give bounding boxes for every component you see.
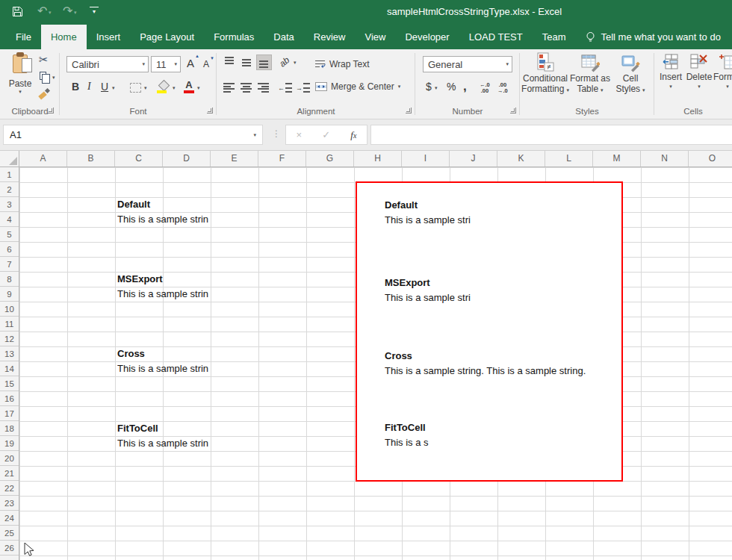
borders-dropdown-icon[interactable]: ▾ xyxy=(144,85,147,91)
row-header[interactable]: 7 xyxy=(0,257,19,272)
column-header[interactable]: G xyxy=(306,151,354,167)
tab-review[interactable]: Review xyxy=(304,25,356,49)
tab-view[interactable]: View xyxy=(355,25,395,49)
italic-button[interactable]: I xyxy=(87,81,91,93)
row-header[interactable]: 15 xyxy=(0,376,19,391)
row-header[interactable]: 6 xyxy=(0,242,19,257)
customize-qat-icon[interactable]: ▾ xyxy=(90,7,99,14)
column-header[interactable]: A xyxy=(19,151,67,167)
row-header[interactable]: 13 xyxy=(0,346,19,361)
borders-icon[interactable] xyxy=(130,83,141,93)
align-center-button[interactable] xyxy=(241,82,252,93)
copy-icon[interactable] xyxy=(40,72,46,80)
align-left-button[interactable] xyxy=(223,82,235,93)
column-header[interactable]: H xyxy=(354,151,402,167)
column-header[interactable]: J xyxy=(450,151,497,167)
select-all-corner[interactable] xyxy=(0,151,19,167)
tab-data[interactable]: Data xyxy=(264,25,303,49)
number-dialog-launcher-icon[interactable] xyxy=(510,108,516,113)
middle-align-button[interactable] xyxy=(240,55,254,69)
orientation-button[interactable]: ab xyxy=(279,57,289,67)
increase-indent-button[interactable]: → xyxy=(296,82,310,93)
tab-home[interactable]: Home xyxy=(41,25,87,49)
save-icon[interactable] xyxy=(12,6,23,17)
row-header[interactable]: 9 xyxy=(0,287,19,302)
column-header[interactable]: D xyxy=(163,151,211,167)
decrease-decimal-button[interactable]: .00→.0 xyxy=(497,82,508,94)
formula-input[interactable] xyxy=(370,125,732,145)
enter-icon[interactable]: ✓ xyxy=(322,129,330,140)
column-header[interactable]: M xyxy=(593,151,641,167)
format-dropdown-icon[interactable]: ▾ xyxy=(726,84,729,90)
formula-bar-resize-handle[interactable]: ⋮ xyxy=(272,128,281,139)
fill-color-dropdown-icon[interactable]: ▾ xyxy=(173,85,176,91)
format-painter-icon[interactable] xyxy=(39,88,50,99)
delete-dropdown-icon[interactable]: ▾ xyxy=(698,84,701,90)
cell-C19[interactable]: This is a sample strin xyxy=(117,436,212,451)
clipboard-dialog-launcher-icon[interactable] xyxy=(48,108,54,113)
merge-center-button[interactable]: Merge & Center ▾ xyxy=(315,81,400,92)
top-align-button[interactable] xyxy=(223,55,237,69)
insert-function-icon[interactable]: fx xyxy=(350,129,356,141)
conditional-formatting-button[interactable]: ≠ Conditional Formatting▾ xyxy=(521,52,569,96)
paste-button[interactable]: Paste ▾ xyxy=(4,52,36,105)
row-header[interactable]: 24 xyxy=(0,511,19,526)
shrink-font-button[interactable]: A▼ xyxy=(203,59,209,69)
tab-load-test[interactable]: LOAD TEST xyxy=(459,25,533,49)
row-header[interactable]: 25 xyxy=(0,526,19,541)
row-header[interactable]: 5 xyxy=(0,227,19,242)
row-header[interactable]: 16 xyxy=(0,391,19,406)
column-header[interactable]: O xyxy=(689,151,732,167)
orientation-dropdown-icon[interactable]: ▾ xyxy=(294,60,297,66)
copy-dropdown-icon[interactable]: ▾ xyxy=(52,75,55,81)
tab-developer[interactable]: Developer xyxy=(395,25,459,49)
grow-font-button[interactable]: A▲ xyxy=(187,57,194,69)
paste-dropdown-icon[interactable]: ▾ xyxy=(19,89,22,95)
row-header[interactable]: 8 xyxy=(0,272,19,287)
row-header[interactable]: 12 xyxy=(0,332,19,346)
cancel-icon[interactable]: × xyxy=(297,129,303,140)
comma-style-button[interactable]: , xyxy=(463,79,467,94)
font-size-combo[interactable]: 11 ▾ xyxy=(151,56,181,72)
column-header[interactable]: I xyxy=(402,151,450,167)
column-header[interactable]: F xyxy=(258,151,306,167)
cell-C3[interactable]: Default xyxy=(117,197,212,212)
merge-center-dropdown-icon[interactable]: ▾ xyxy=(398,84,401,90)
cell-C4[interactable]: This is a sample strin xyxy=(117,212,212,227)
row-header[interactable]: 4 xyxy=(0,212,19,227)
row-header[interactable]: 21 xyxy=(0,466,19,481)
column-header[interactable]: C xyxy=(115,151,163,167)
column-header[interactable]: B xyxy=(67,151,115,167)
percent-button[interactable]: % xyxy=(447,81,456,93)
font-dialog-launcher-icon[interactable] xyxy=(207,108,213,113)
number-format-combo[interactable]: General ▾ xyxy=(423,56,512,72)
row-header[interactable]: 26 xyxy=(0,541,19,556)
underline-dropdown-icon[interactable]: ▾ xyxy=(112,85,115,91)
font-name-dropdown-icon[interactable]: ▾ xyxy=(142,61,145,67)
wrap-text-button[interactable]: Wrap Text xyxy=(315,59,370,69)
row-header[interactable]: 23 xyxy=(0,496,19,511)
row-header[interactable]: 3 xyxy=(0,197,19,212)
format-cells-button[interactable]: Format ▾ xyxy=(714,54,732,90)
column-header[interactable]: K xyxy=(497,151,545,167)
tab-page-layout[interactable]: Page Layout xyxy=(130,25,204,49)
cell-C14[interactable]: This is a sample strin xyxy=(117,361,212,376)
cell-C13[interactable]: Cross xyxy=(117,346,212,361)
bottom-align-button[interactable] xyxy=(257,55,271,69)
redo-icon[interactable]: ↷ xyxy=(63,4,72,18)
row-header[interactable]: 10 xyxy=(0,302,19,317)
tab-insert[interactable]: Insert xyxy=(87,25,131,49)
insert-dropdown-icon[interactable]: ▾ xyxy=(669,84,672,90)
cell-C9[interactable]: This is a sample strin xyxy=(117,287,212,302)
tab-team[interactable]: Team xyxy=(533,25,576,49)
row-header[interactable]: 22 xyxy=(0,481,19,496)
column-header[interactable]: N xyxy=(641,151,689,167)
row-header[interactable]: 20 xyxy=(0,451,19,466)
column-header[interactable]: E xyxy=(211,151,258,167)
align-right-button[interactable] xyxy=(258,82,269,93)
row-header[interactable]: 1 xyxy=(0,167,19,182)
tell-me-box[interactable]: Tell me what you want to do xyxy=(586,25,720,49)
fill-color-icon[interactable] xyxy=(157,81,170,93)
row-header[interactable]: 14 xyxy=(0,361,19,376)
cell-C8[interactable]: MSExport xyxy=(117,272,212,287)
